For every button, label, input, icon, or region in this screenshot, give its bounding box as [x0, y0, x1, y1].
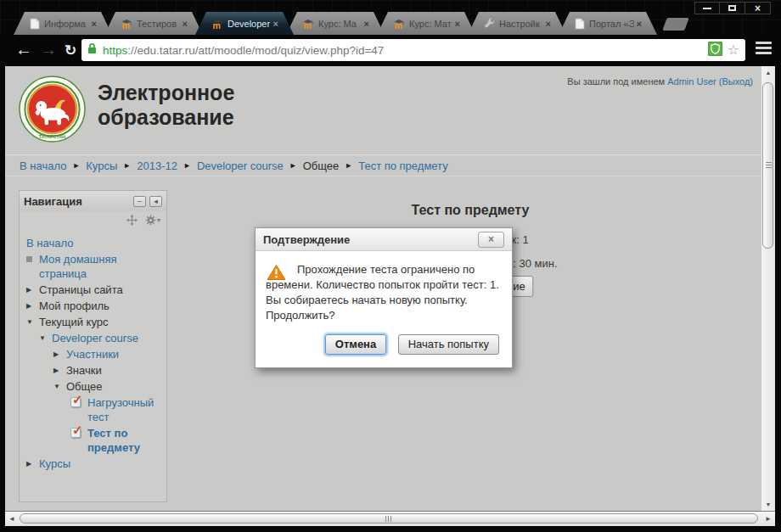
dialog-close-button[interactable]: ×	[478, 232, 504, 248]
tab-close-icon[interactable]: ×	[364, 19, 369, 29]
breadcrumb-courses[interactable]: Курсы	[86, 160, 117, 172]
nav-item-my-profile[interactable]: ▶ Мой профиль	[26, 299, 164, 313]
collapse-arrow-icon[interactable]: ▼	[39, 331, 52, 345]
new-tab-button[interactable]	[662, 18, 688, 31]
tab-title: Курс: Ма	[318, 19, 362, 29]
expand-arrow-icon[interactable]: ▶	[53, 363, 66, 378]
nav-item-my-home[interactable]: Моя домашняя страница	[26, 252, 164, 281]
scrollbar-grip	[385, 516, 392, 522]
tab-close-icon[interactable]: ×	[92, 19, 97, 29]
block-settings-gear-icon[interactable]: ▾	[145, 215, 160, 226]
nav-item-participants[interactable]: ▶ Участники	[26, 347, 164, 361]
tab-close-icon[interactable]: ×	[637, 19, 642, 29]
tab-close-icon[interactable]: ×	[455, 19, 460, 29]
tab-title: Тестиров	[137, 19, 180, 29]
nav-item-home[interactable]: В начало	[26, 236, 164, 250]
tab-close-icon[interactable]: ×	[183, 19, 188, 29]
window-close-button[interactable]: ×	[745, 2, 771, 14]
nav-item-developer-course[interactable]: ▼ Developer course	[26, 331, 164, 345]
dialog-titlebar[interactable]: Подтверждение ×	[256, 228, 512, 251]
block-dock-button[interactable]: ◂	[149, 196, 162, 207]
moodle-favicon-icon: m	[121, 18, 132, 30]
tab-strip: Информа × m Тестиров × m Developer × m К…	[14, 12, 687, 35]
address-bar[interactable]: https://edu.tatar.ru/att/moodle/mod/quiz…	[81, 39, 745, 61]
tab-kurs-mat[interactable]: m Курс: Мат ×	[377, 12, 475, 35]
browser-menu-button[interactable]	[754, 42, 773, 59]
nav-item-load-test-quiz[interactable]: ✓ Нагрузочный тест	[26, 395, 164, 424]
square-bullet-icon	[26, 252, 39, 281]
dialog-body: Прохождение теста ограничено по времени.…	[256, 251, 512, 325]
page-content: Вы зашли под именем Admin User (Выход) Т…	[5, 66, 761, 511]
nav-item-general[interactable]: ▼ Общее	[26, 379, 164, 394]
breadcrumb-category[interactable]: 2013-12	[137, 160, 177, 172]
horizontal-scrollbar[interactable]: ◄ ►	[5, 511, 775, 526]
expand-arrow-icon[interactable]: ▶	[26, 456, 39, 471]
quiz-icon: ✓	[70, 426, 87, 440]
url-rest: ://edu.tatar.ru/att/moodle/mod/quiz/view…	[127, 44, 384, 57]
collapse-arrow-icon[interactable]: ▼	[53, 379, 66, 394]
url-scheme: https	[103, 44, 127, 57]
tab-informa[interactable]: Информа ×	[14, 12, 112, 35]
horizontal-scrollbar-thumb[interactable]	[20, 513, 758, 524]
window-maximize-button[interactable]	[720, 2, 745, 14]
scroll-left-icon[interactable]: ◄	[8, 515, 15, 523]
url-text[interactable]: https://edu.tatar.ru/att/moodle/mod/quiz…	[103, 44, 708, 57]
breadcrumb-home[interactable]: В начало	[20, 160, 66, 172]
block-minimize-button[interactable]: –	[133, 196, 146, 207]
scroll-right-icon[interactable]: ►	[765, 515, 772, 523]
shield-extension-icon[interactable]	[708, 42, 722, 59]
vertical-scrollbar-thumb[interactable]	[762, 82, 773, 249]
back-button[interactable]: ←	[15, 40, 32, 59]
nav-item-courses[interactable]: ▶ Курсы	[26, 456, 164, 471]
nav-item-subject-test-quiz[interactable]: ✓ Тест по предмету	[26, 426, 164, 455]
menu-bar-icon	[756, 52, 772, 54]
browser-titlebar: × Информа × m Тестиров × m Developer × m	[0, 0, 781, 35]
expand-arrow-icon[interactable]: ▶	[26, 283, 39, 297]
nav-item-current-course[interactable]: ▼ Текущий курс	[26, 315, 164, 329]
dialog-title: Подтверждение	[263, 233, 478, 246]
moodle-favicon-icon: m	[393, 18, 405, 30]
window-controls: ×	[694, 2, 771, 14]
tab-title: Информа	[44, 19, 89, 29]
page-favicon-icon	[30, 18, 40, 30]
tab-title: Портал «Э	[589, 19, 634, 29]
reload-button[interactable]: ↻	[65, 42, 76, 60]
nav-item-badges[interactable]: ▶ Значки	[26, 363, 164, 378]
dialog-message: Прохождение теста ограничено по времени.…	[266, 262, 502, 323]
tab-close-icon[interactable]: ×	[546, 19, 551, 29]
window-minimize-button[interactable]	[694, 2, 720, 14]
minimize-icon	[703, 8, 711, 9]
tab-nastroyk[interactable]: Настройк ×	[468, 12, 566, 35]
collapse-arrow-icon[interactable]: ▼	[26, 315, 39, 329]
cancel-button[interactable]: Отмена	[325, 334, 386, 355]
expand-arrow-icon[interactable]: ▶	[26, 299, 39, 313]
navigation-block-header: Навигация – ◂	[20, 191, 166, 211]
tab-kurs-ma[interactable]: m Курс: Ма ×	[286, 12, 385, 35]
warning-triangle-icon	[267, 264, 286, 284]
page-favicon-icon	[575, 18, 585, 30]
scroll-down-icon[interactable]: ▼	[761, 501, 775, 507]
start-attempt-button[interactable]: Начать попытку	[398, 334, 499, 355]
tab-title: Настройк	[499, 19, 543, 29]
quiz-icon: ✓	[70, 395, 87, 410]
tab-developer-active[interactable]: m Developer ×	[195, 12, 294, 35]
navigation-tree: В начало Моя домашняя страница ▶ Страниц…	[20, 228, 166, 471]
navigation-block-commands: ▾	[20, 211, 166, 228]
bookmark-star-icon[interactable]: ☆	[728, 43, 739, 57]
tab-title: Курс: Мат	[409, 19, 452, 29]
breadcrumb-separator-icon: ►	[72, 161, 80, 170]
breadcrumb-separator-icon: ►	[123, 161, 131, 170]
tab-portal[interactable]: Портал «Э ×	[559, 12, 657, 35]
tab-testirov[interactable]: m Тестиров ×	[104, 12, 203, 35]
forward-button[interactable]: →	[40, 40, 57, 59]
tab-close-icon[interactable]: ×	[273, 19, 278, 29]
close-icon: ×	[755, 3, 761, 14]
svg-text:m: m	[394, 20, 402, 29]
confirmation-dialog: Подтверждение × Прохождение теста ограни…	[255, 227, 513, 368]
svg-text:m: m	[121, 20, 129, 29]
vertical-scrollbar[interactable]: ▲ ▼	[761, 66, 775, 511]
block-move-icon[interactable]	[126, 215, 138, 226]
expand-arrow-icon[interactable]: ▶	[53, 347, 66, 361]
scroll-up-icon[interactable]: ▲	[761, 70, 775, 76]
nav-item-site-pages[interactable]: ▶ Страницы сайта	[26, 283, 164, 297]
